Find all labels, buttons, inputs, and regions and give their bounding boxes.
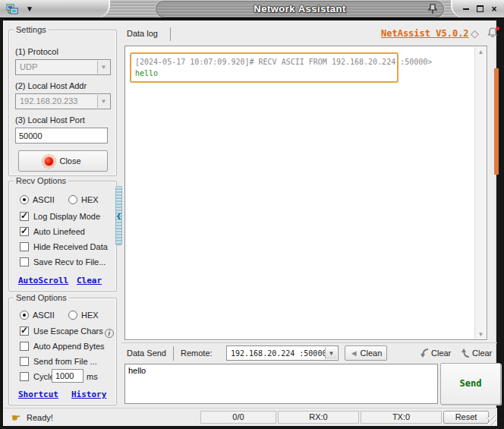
send-from-file-checkbox[interactable]: Send from File ...	[20, 357, 97, 366]
send-options-group: Send Options ASCII HEX Use Escape Charsi…	[8, 298, 117, 405]
history-link[interactable]: History	[71, 390, 106, 399]
shortcut-link[interactable]: Shortcut	[18, 390, 58, 399]
checkbox-icon	[20, 372, 29, 381]
tx-count-cell: TX:0	[361, 411, 442, 424]
recv-options-group: Recv Options ASCII HEX Log Display Mode …	[8, 181, 117, 292]
status-hand-icon: ☛	[11, 412, 21, 424]
app-icon[interactable]	[6, 3, 19, 16]
tab-data-send[interactable]: Data Send	[127, 349, 166, 358]
clean-button-label: Clean	[361, 349, 383, 358]
app-window: ▼ Network Assistant × Settings (1) Proto…	[0, 0, 504, 429]
save-recv-file-checkbox[interactable]: Save Recv to File...	[20, 257, 106, 267]
clear-recv-button[interactable]: Clear	[431, 349, 451, 358]
remote-dropdown-arrow-icon[interactable]: ▼	[325, 347, 337, 359]
close-window-button[interactable]: ×	[488, 4, 500, 15]
settings-group-title: Settings	[14, 25, 49, 34]
status-bar: ☛ Ready! 0/0 RX:0 TX:0 Reset	[4, 408, 497, 426]
scroll-down-icon[interactable]: ▼	[475, 330, 487, 340]
checkbox-icon	[20, 326, 29, 336]
checkbox-icon	[20, 227, 29, 236]
remote-host-select[interactable]: 192.168.20.224 :50000 ▼	[226, 345, 339, 361]
left-arrow-icon: ◄	[350, 349, 358, 358]
save-recv-file-label: Save Recv to File...	[33, 257, 106, 267]
data-log-view[interactable]: [2024-05-17 10:07:09.920]# RECV ASCII FR…	[124, 46, 487, 340]
auto-linefeed-checkbox[interactable]: Auto Linefeed	[20, 227, 85, 236]
local-port-label: (3) Local Host Port	[15, 115, 85, 125]
cycle-unit-label: ms	[87, 372, 98, 381]
local-addr-select[interactable]: 192.168.20.233 ▼	[15, 93, 111, 109]
send-hex-radio-icon	[68, 311, 77, 320]
send-ascii-radio[interactable]: ASCII	[20, 311, 55, 320]
log-scrollbar[interactable]: ▲ ▼	[474, 47, 486, 340]
send-ascii-radio-icon	[20, 311, 29, 320]
protocol-select[interactable]: UDP ▼	[15, 59, 111, 75]
checkbox-icon	[20, 257, 29, 267]
clear-send-button[interactable]: Clear	[472, 349, 492, 358]
cycle-checkbox[interactable]: Cycle	[20, 372, 55, 381]
log-entry: [2024-05-17 10:07:09.920]# RECV ASCII FR…	[130, 52, 398, 83]
clear-recv-arrow-icon	[419, 348, 430, 359]
scroll-position-marker	[494, 68, 499, 175]
use-escape-chars-checkbox[interactable]: Use Escape Charsi	[20, 326, 114, 338]
hide-received-checkbox[interactable]: Hide Received Data	[20, 242, 108, 251]
send-hex-radio[interactable]: HEX	[68, 311, 99, 320]
checkbox-icon	[20, 242, 29, 251]
gem-icon[interactable]: ◇	[471, 27, 479, 39]
local-port-input[interactable]	[15, 128, 108, 144]
log-entry-meta: [2024-05-17 10:07:09.920]# RECV ASCII FR…	[135, 56, 393, 68]
reset-counters-button[interactable]: Reset	[443, 411, 489, 424]
log-display-mode-checkbox[interactable]: Log Display Mode	[20, 212, 100, 221]
cycle-interval-input[interactable]	[52, 369, 83, 383]
send-hex-label: HEX	[81, 311, 99, 320]
auto-append-bytes-label: Auto Append Bytes	[33, 342, 105, 351]
rx-count-cell: RX:0	[278, 411, 359, 424]
data-send-bar: Data Send Remote: 192.168.20.224 :50000 …	[121, 342, 497, 362]
local-addr-label: (2) Local Host Addr	[15, 81, 87, 90]
checkbox-icon	[20, 212, 29, 221]
window-title: Network Assistant	[156, 3, 444, 14]
recv-hex-radio-icon	[68, 195, 77, 204]
checkbox-icon	[20, 342, 29, 351]
notification-dot	[496, 27, 499, 30]
autoscroll-link[interactable]: AutoScroll	[18, 276, 68, 285]
protocol-dropdown-arrow-icon[interactable]: ▼	[97, 61, 109, 74]
remote-host-value: 192.168.20.224 :50000	[231, 349, 326, 358]
auto-append-bytes-checkbox[interactable]: Auto Append Bytes	[20, 342, 105, 351]
client-area: Settings (1) Protocol UDP ▼ (2) Local Ho…	[3, 21, 496, 426]
tab-data-log[interactable]: Data log	[127, 29, 158, 38]
scroll-up-icon[interactable]: ▲	[475, 47, 487, 58]
escape-chars-info-icon[interactable]: i	[105, 329, 114, 338]
protocol-value: UDP	[20, 62, 37, 71]
send-button[interactable]: Send	[440, 363, 501, 405]
tab-separator	[170, 27, 171, 41]
title-bar[interactable]: ▼ Network Assistant ×	[0, 0, 504, 19]
minimize-button[interactable]	[460, 4, 472, 15]
notification-bell-icon[interactable]	[487, 27, 499, 39]
send-ascii-label: ASCII	[33, 311, 55, 320]
recv-hex-label: HEX	[81, 195, 99, 204]
resize-grip[interactable]	[487, 415, 496, 425]
clean-button[interactable]: ◄Clean	[345, 345, 387, 361]
checkbox-icon	[20, 357, 29, 366]
recv-options-title: Recv Options	[14, 176, 68, 185]
pushpin-icon[interactable]	[427, 3, 439, 15]
recv-ascii-label: ASCII	[33, 195, 55, 204]
settings-group: Settings (1) Protocol UDP ▼ (2) Local Ho…	[8, 30, 117, 176]
send-data-input[interactable]: hello	[124, 364, 438, 404]
status-ready-text: Ready!	[27, 413, 53, 422]
log-entry-body: hello	[135, 68, 393, 79]
recv-clear-link[interactable]: Clear	[77, 276, 102, 285]
netassist-version-link[interactable]: NetAssist V5.0.2	[381, 28, 469, 39]
panel-collapse-handle[interactable]: ❮	[115, 186, 122, 245]
maximize-button[interactable]	[474, 4, 486, 15]
local-addr-dropdown-arrow-icon[interactable]: ▼	[97, 95, 109, 108]
recv-ascii-radio[interactable]: ASCII	[20, 195, 55, 204]
remote-label: Remote:	[181, 349, 213, 358]
clear-send-arrow-icon	[460, 347, 471, 358]
hide-received-label: Hide Received Data	[33, 242, 108, 251]
use-escape-chars-label: Use Escape Chars	[33, 326, 103, 336]
close-connection-button[interactable]: Close	[18, 150, 108, 172]
recv-hex-radio[interactable]: HEX	[68, 195, 99, 204]
system-menu-arrow-icon[interactable]: ▼	[26, 5, 33, 13]
close-button-label: Close	[59, 156, 80, 166]
